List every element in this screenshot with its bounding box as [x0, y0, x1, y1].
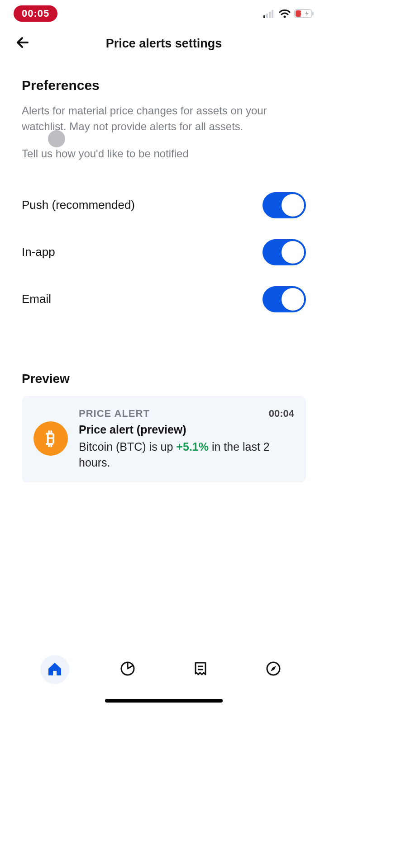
preview-timestamp: 00:04	[269, 408, 294, 420]
page-title: Price alerts settings	[0, 37, 328, 51]
toggle-push[interactable]	[263, 192, 306, 218]
content-area: Preferences Alerts for material price ch…	[0, 60, 328, 640]
status-icons-right: 13	[263, 9, 314, 19]
pie-chart-icon	[119, 660, 136, 679]
touch-indicator-dot	[48, 130, 65, 147]
preference-label: Push (recommended)	[22, 198, 135, 212]
battery-icon: 13	[294, 9, 314, 19]
preview-heading: Price alert (preview)	[79, 423, 294, 436]
svg-point-4	[284, 16, 286, 18]
preview-text-prefix: Bitcoin (BTC) is up	[79, 440, 176, 453]
receipt-icon	[192, 660, 209, 679]
page-header: Price alerts settings	[0, 27, 328, 60]
preferences-description: Alerts for material price changes for as…	[22, 103, 306, 135]
preference-label: In-app	[22, 245, 55, 259]
nav-home[interactable]	[40, 655, 69, 684]
nav-portfolio[interactable]	[113, 655, 142, 684]
wifi-icon	[279, 9, 291, 18]
nav-activity[interactable]	[186, 655, 215, 684]
preferences-subdescription: Tell us how you'd like to be notified	[22, 147, 306, 160]
toggle-inapp[interactable]	[263, 239, 306, 265]
preview-section-title: Preview	[22, 372, 306, 386]
svg-rect-3	[272, 10, 273, 18]
status-time-pill: 00:05	[14, 5, 57, 22]
preference-row-email: Email	[22, 277, 306, 322]
preview-text: Bitcoin (BTC) is up +5.1% in the last 2 …	[79, 439, 294, 471]
svg-rect-2	[269, 12, 271, 18]
compass-icon	[265, 660, 282, 679]
preference-row-push: Push (recommended)	[22, 183, 306, 228]
bitcoin-icon: ₿	[33, 421, 68, 456]
preview-tag: PRICE ALERT	[79, 408, 150, 420]
nav-explore[interactable]	[259, 655, 288, 684]
svg-rect-6	[312, 12, 314, 15]
preview-card: ₿ PRICE ALERT 00:04 Price alert (preview…	[22, 396, 306, 482]
bottom-nav	[0, 640, 328, 699]
toggle-email[interactable]	[263, 286, 306, 312]
cellular-signal-icon	[263, 9, 275, 18]
bitcoin-glyph: ₿	[46, 428, 55, 448]
back-button[interactable]	[9, 30, 36, 57]
home-indicator[interactable]	[105, 699, 223, 703]
status-bar: 00:05	[0, 0, 328, 27]
home-icon	[47, 660, 63, 679]
preference-label: Email	[22, 292, 51, 306]
preference-row-inapp: In-app	[22, 230, 306, 275]
arrow-left-icon	[14, 34, 31, 53]
svg-rect-0	[263, 15, 265, 18]
preferences-title: Preferences	[22, 78, 306, 93]
svg-rect-1	[266, 14, 268, 18]
preview-pct-change: +5.1%	[176, 440, 209, 453]
